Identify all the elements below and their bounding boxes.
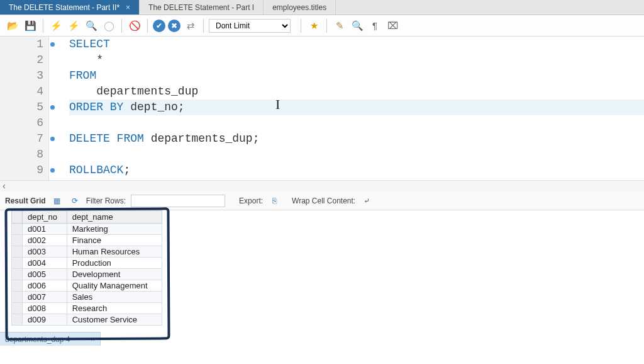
code-line[interactable]	[69, 115, 644, 131]
code-area[interactable]: I SELECT *FROM departments_dupORDER BY d…	[49, 37, 644, 180]
code-line[interactable]: SELECT	[69, 37, 644, 52]
code-line[interactable]: *	[69, 52, 644, 68]
separator	[203, 19, 204, 33]
line-number: 9	[0, 162, 43, 178]
export-label: Export:	[239, 196, 263, 205]
line-number: 1	[0, 37, 43, 52]
close-icon[interactable]: ×	[91, 335, 95, 344]
column-header[interactable]: dept_name	[67, 211, 162, 224]
execute-current-icon[interactable]: ⚡	[66, 18, 81, 33]
table-row[interactable]: d001Marketing	[12, 224, 162, 235]
code-line[interactable]: FROM	[69, 68, 644, 84]
rollback-icon[interactable]: ✖	[168, 20, 180, 32]
table-row[interactable]: d003Human Resources	[12, 246, 162, 258]
table-row[interactable]: d002Finance	[12, 235, 162, 246]
table-cell[interactable]: Marketing	[67, 224, 162, 235]
table-row[interactable]: d008Research	[12, 303, 162, 314]
save-icon[interactable]: 💾	[23, 18, 38, 33]
line-gutter: 123456789	[0, 37, 49, 180]
table-row[interactable]: d006Quality Management	[12, 280, 162, 292]
code-line[interactable]	[69, 147, 644, 162]
separator	[121, 19, 122, 33]
result-grid-label: Result Grid	[5, 196, 46, 205]
row-header[interactable]	[12, 224, 23, 235]
pilcrow-icon[interactable]: ¶	[367, 18, 382, 33]
table-cell[interactable]: d006	[23, 280, 67, 292]
filter-rows-label: Filter Rows:	[86, 196, 126, 205]
table-cell[interactable]: Customer Service	[67, 314, 162, 326]
wrap-cell-icon[interactable]: ⤶	[360, 195, 373, 207]
line-number: 5	[0, 100, 43, 115]
row-header[interactable]	[12, 314, 23, 326]
table-row[interactable]: d009Customer Service	[12, 314, 162, 326]
code-line[interactable]: ORDER BY dept_no;	[69, 100, 644, 115]
line-number: 8	[0, 147, 43, 162]
open-file-icon[interactable]: 📂	[5, 18, 20, 33]
star-icon[interactable]: ★	[306, 18, 321, 33]
commit-icon[interactable]: ✔	[153, 20, 165, 32]
close-icon[interactable]: ×	[126, 3, 130, 12]
sql-editor[interactable]: 123456789 I SELECT *FROM departments_dup…	[0, 37, 644, 180]
table-cell[interactable]: Quality Management	[67, 280, 162, 292]
table-cell[interactable]: Research	[67, 303, 162, 314]
tab-label: The DELETE Statement - Part I	[148, 3, 254, 12]
document-tabs: The DELETE Statement - Part II* × The DE…	[0, 0, 644, 15]
result-toolbar: Result Grid ▦ ⟳ Filter Rows: Export: ⎘ W…	[0, 191, 644, 210]
table-cell[interactable]: Development	[67, 269, 162, 280]
row-header[interactable]	[12, 280, 23, 292]
autocommit-icon[interactable]: ⇄	[183, 18, 198, 33]
export-icon[interactable]: ⎘	[268, 195, 280, 207]
row-header[interactable]	[12, 258, 23, 269]
table-cell[interactable]: d003	[23, 246, 67, 258]
snippet-icon[interactable]: ⌧	[385, 18, 400, 33]
row-header[interactable]	[12, 246, 23, 258]
table-cell[interactable]: Human Resources	[67, 246, 162, 258]
filter-rows-input[interactable]	[131, 195, 225, 207]
column-header[interactable]: dept_no	[23, 211, 67, 224]
result-tab[interactable]: departments_dup 4 ×	[0, 332, 101, 346]
table-cell[interactable]: d008	[23, 303, 67, 314]
grid-view-icon[interactable]: ▦	[51, 195, 64, 207]
row-header[interactable]	[12, 269, 23, 280]
row-header[interactable]	[12, 303, 23, 314]
row-header[interactable]	[12, 292, 23, 303]
tab-label: The DELETE Statement - Part II*	[9, 3, 119, 12]
table-row[interactable]: d004Production	[12, 258, 162, 269]
line-number: 2	[0, 52, 43, 68]
limit-rows-select[interactable]: Dont Limit	[209, 19, 291, 33]
line-number: 3	[0, 68, 43, 84]
tab-employees-titles[interactable]: employees.titles	[264, 0, 336, 14]
sql-toolbar: 📂 💾 ⚡ ⚡ 🔍 ◯ 🚫 ✔ ✖ ⇄ Dont Limit ★ ✎ 🔍 ¶ ⌧	[0, 15, 644, 37]
tab-delete-part-2[interactable]: The DELETE Statement - Part II* ×	[0, 0, 140, 14]
table-cell[interactable]: Production	[67, 258, 162, 269]
execute-icon[interactable]: ⚡	[48, 18, 64, 33]
horizontal-scrollbar[interactable]: ‹	[0, 180, 644, 191]
table-cell[interactable]: d001	[23, 224, 67, 235]
table-cell[interactable]: d009	[23, 314, 67, 326]
result-tab-label: departments_dup 4	[5, 335, 70, 344]
table-row[interactable]: d007Sales	[12, 292, 162, 303]
table-cell[interactable]: d004	[23, 258, 67, 269]
line-number: 4	[0, 84, 43, 100]
result-grid[interactable]: dept_nodept_named001Marketingd002Finance…	[11, 210, 162, 326]
code-line[interactable]: ROLLBACK;	[69, 162, 644, 178]
table-cell[interactable]: d002	[23, 235, 67, 246]
table-cell[interactable]: Sales	[67, 292, 162, 303]
stop-icon[interactable]: ◯	[101, 18, 116, 33]
search-icon[interactable]: 🔍	[350, 18, 365, 33]
beautify-icon[interactable]: ✎	[332, 18, 347, 33]
table-row[interactable]: d005Development	[12, 269, 162, 280]
form-view-icon[interactable]: ⟳	[69, 195, 81, 207]
result-grid-wrap: dept_nodept_named001Marketingd002Finance…	[0, 210, 644, 326]
code-line[interactable]: departments_dup	[69, 84, 644, 100]
explain-icon[interactable]: 🔍	[84, 18, 99, 33]
row-header[interactable]	[12, 235, 23, 246]
separator	[43, 19, 43, 33]
table-cell[interactable]: d005	[23, 269, 67, 280]
no-exec-icon[interactable]: 🚫	[127, 18, 142, 33]
table-cell[interactable]: Finance	[67, 235, 162, 246]
tab-delete-part-1[interactable]: The DELETE Statement - Part I	[140, 0, 264, 14]
table-cell[interactable]: d007	[23, 292, 67, 303]
code-line[interactable]: DELETE FROM departments_dup;	[69, 131, 644, 147]
text-cursor-icon: I	[275, 96, 280, 112]
